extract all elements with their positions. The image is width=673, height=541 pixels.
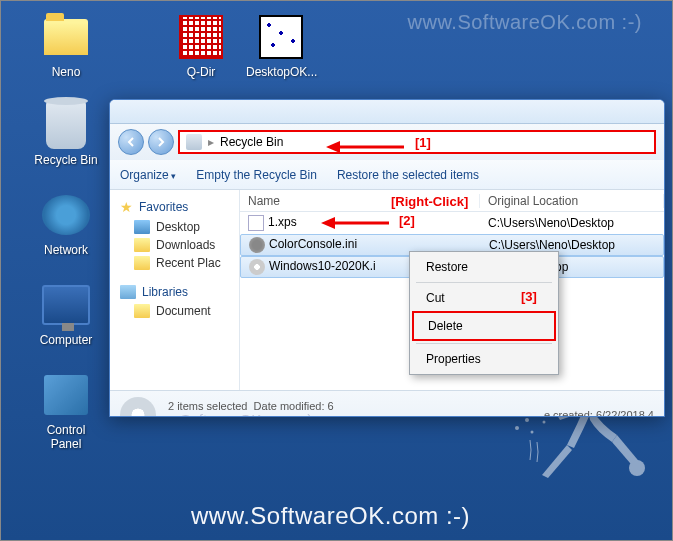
icon-label: Network (31, 243, 101, 257)
icon-label: Recycle Bin (31, 153, 101, 167)
star-icon: ★ (120, 199, 133, 215)
favorites-section[interactable]: ★Favorites (110, 196, 239, 218)
context-properties[interactable]: Properties (412, 346, 556, 372)
address-bar[interactable]: ▸ Recycle Bin (178, 130, 656, 154)
nav-bar: ▸ Recycle Bin (110, 124, 664, 160)
context-restore[interactable]: Restore (412, 254, 556, 280)
desktop-icon-qdir[interactable]: Q-Dir (166, 13, 236, 79)
svg-point-2 (525, 418, 529, 422)
folder-icon (44, 19, 88, 55)
empty-recycle-bin-button[interactable]: Empty the Recycle Bin (196, 168, 317, 182)
desktop-icon-neno[interactable]: Neno (31, 13, 101, 79)
organize-menu[interactable]: Organize (120, 168, 176, 182)
svg-point-6 (543, 421, 546, 424)
sidebar-item-recent[interactable]: Recent Plac (110, 254, 239, 272)
sidebar-item-desktop[interactable]: Desktop (110, 218, 239, 236)
icon-label: Computer (31, 333, 101, 347)
icon-label: Neno (31, 65, 101, 79)
column-headers: Name Original Location (240, 190, 664, 212)
status-bar: 2 items selected Date modified: 6 ...Sof… (110, 390, 664, 417)
svg-point-4 (515, 426, 519, 430)
status-icon (120, 397, 156, 418)
forward-button[interactable] (148, 129, 174, 155)
watermark-bottom: www.SoftwareOK.com :-) (191, 502, 470, 530)
context-cut[interactable]: Cut (412, 285, 556, 311)
desktop-icon-computer[interactable]: Computer (31, 281, 101, 347)
icon-label: Q-Dir (166, 65, 236, 79)
restore-selected-button[interactable]: Restore the selected items (337, 168, 479, 182)
watermark-inner: ...SoftwareOK.com :-) (168, 411, 312, 417)
recycle-bin-small-icon (186, 134, 202, 150)
control-panel-icon (44, 375, 88, 415)
menu-separator (416, 343, 552, 344)
back-button[interactable] (118, 129, 144, 155)
context-delete[interactable]: Delete (412, 311, 556, 341)
icon-label: Control Panel (31, 423, 101, 451)
computer-icon (42, 285, 90, 325)
libraries-icon (120, 285, 136, 299)
disc-file-icon (249, 259, 265, 275)
file-row[interactable]: 1.xps C:\Users\Neno\Desktop (240, 212, 664, 234)
file-icon (248, 215, 264, 231)
folder-icon (134, 256, 150, 270)
column-original-location[interactable]: Original Location (480, 194, 664, 208)
desktop-icon-desktopok[interactable]: DesktopOK... (246, 13, 316, 79)
svg-point-1 (629, 460, 645, 476)
desktop-icon-control-panel[interactable]: Control Panel (31, 371, 101, 451)
desktop-icon (134, 220, 150, 234)
icon-label: DesktopOK... (246, 65, 316, 79)
qdir-icon (179, 15, 223, 59)
recycle-bin-icon (46, 101, 86, 149)
context-menu: Restore Cut Delete Properties (409, 251, 559, 375)
status-created: e created: 6/22/2018 4 (544, 409, 654, 418)
svg-point-5 (531, 431, 534, 434)
status-size: Size: 5 (321, 415, 355, 417)
window-titlebar[interactable] (110, 100, 664, 124)
address-text: Recycle Bin (220, 135, 283, 149)
ini-file-icon (249, 237, 265, 253)
desktop-icon-network[interactable]: Network (31, 191, 101, 257)
column-name[interactable]: Name (240, 194, 480, 208)
network-icon (42, 195, 90, 235)
sidebar-item-documents[interactable]: Document (110, 302, 239, 320)
sidebar-item-downloads[interactable]: Downloads (110, 236, 239, 254)
desktop-icon-recycle-bin[interactable]: Recycle Bin (31, 101, 101, 167)
folder-icon (134, 238, 150, 252)
desktopok-icon (259, 15, 303, 59)
menu-separator (416, 282, 552, 283)
watermark-top: www.SoftwareOK.com :-) (408, 11, 642, 34)
folder-icon (134, 304, 150, 318)
sidebar: ★Favorites Desktop Downloads Recent Plac… (110, 190, 240, 390)
toolbar: Organize Empty the Recycle Bin Restore t… (110, 160, 664, 190)
libraries-section[interactable]: Libraries (110, 282, 239, 302)
explorer-window: ▸ Recycle Bin Organize Empty the Recycle… (109, 99, 665, 417)
breadcrumb-separator: ▸ (208, 135, 214, 149)
